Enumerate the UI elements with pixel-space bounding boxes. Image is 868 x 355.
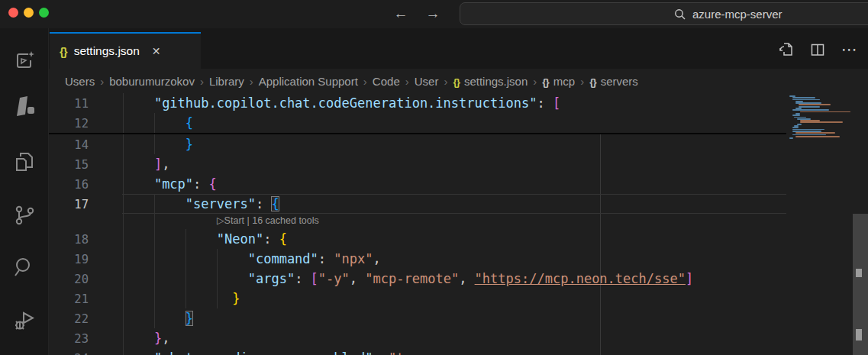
code-line-21[interactable]: 21 }: [49, 289, 786, 308]
open-settings-ui-icon[interactable]: [778, 41, 794, 57]
breadcrumb-item-settings-json[interactable]: {}settings.json: [453, 75, 528, 88]
code-line-22[interactable]: 22 }: [49, 308, 786, 328]
chevron-right-icon: ›: [363, 75, 367, 88]
minimap[interactable]: [786, 93, 853, 355]
minimap-line: [795, 136, 840, 137]
minimap-line: [799, 106, 820, 108]
chevron-right-icon: ›: [580, 75, 584, 88]
code-text: ],: [89, 157, 169, 172]
minimap-line: [792, 97, 815, 98]
line-number[interactable]: 22: [49, 309, 89, 329]
minimap-line: [800, 121, 843, 123]
code-text: "args": ["-y", "mcp-remote", "https://mc…: [89, 271, 693, 286]
breadcrumb-label: servers: [601, 75, 638, 88]
line-number[interactable]: 14: [49, 135, 89, 155]
line-number[interactable]: 24: [49, 349, 89, 355]
tab-settings-json[interactable]: {} settings.json ✕: [50, 32, 201, 69]
line-number[interactable]: 18: [49, 230, 89, 250]
line-number[interactable]: 16: [49, 175, 89, 195]
breadcrumb-label: Code: [373, 75, 400, 88]
activity-bar: [0, 28, 49, 355]
window-controls: [8, 8, 49, 18]
split-editor-icon[interactable]: [810, 42, 825, 57]
code-line-12[interactable]: 12 {: [49, 113, 786, 133]
code-text: }: [89, 311, 193, 326]
breadcrumb-label: mcp: [553, 75, 575, 88]
close-tab-icon[interactable]: ✕: [152, 45, 161, 57]
code-text: "chat.mcp.discovery.enabled": "t: [89, 350, 404, 355]
scrollbar: [853, 93, 868, 355]
breadcrumb-item-mcp[interactable]: {}mcp: [542, 75, 575, 88]
json-file-icon: {}: [60, 45, 67, 58]
code-text: {: [89, 115, 193, 131]
code-text: }: [89, 137, 193, 152]
breadcrumb-item-code[interactable]: Code: [373, 75, 400, 88]
indent-guide: [123, 93, 124, 133]
code-text: "github.copilot.chat.codeGeneration.inst…: [89, 95, 560, 111]
json-symbol-icon: {}: [589, 76, 596, 88]
breadcrumb-item-library[interactable]: Library: [209, 75, 244, 88]
codelens-separator: |: [244, 215, 252, 226]
code-line-19[interactable]: 19 "command": "npx",: [49, 249, 786, 269]
close-window-button[interactable]: [8, 8, 18, 18]
breadcrumb-item-user[interactable]: User: [415, 75, 439, 88]
command-center-search[interactable]: azure-mcp-server: [460, 2, 868, 25]
breadcrumb: Users›boburumurzokov›Library›Application…: [49, 69, 868, 93]
explorer-icon[interactable]: [12, 150, 37, 174]
codelens-cached-tools-link[interactable]: 16 cached tools: [252, 215, 319, 226]
zoom-window-button[interactable]: [39, 8, 49, 18]
editor[interactable]: 14 }15 ],16 "mcp": {17 "servers": {▷Star…: [49, 93, 868, 355]
code-text: "mcp": {: [89, 176, 217, 192]
navigate-back-button[interactable]: ←: [391, 3, 411, 24]
run-and-debug-icon[interactable]: [12, 308, 37, 333]
minimap-line: [792, 109, 829, 111]
breadcrumb-label: settings.json: [464, 75, 528, 88]
source-control-icon[interactable]: [12, 203, 37, 228]
search-icon: [674, 8, 686, 21]
copilot-icon[interactable]: [12, 95, 37, 119]
line-number[interactable]: 23: [49, 329, 89, 349]
line-number[interactable]: 15: [49, 155, 89, 175]
chevron-right-icon: ›: [533, 75, 537, 88]
code-line-20[interactable]: 20 "args": ["-y", "mcp-remote", "https:/…: [49, 269, 786, 289]
breadcrumb-item-application-support[interactable]: Application Support: [259, 75, 358, 88]
line-number[interactable]: 12: [49, 114, 89, 134]
code-text: "Neon": {: [89, 231, 287, 247]
code-line-17[interactable]: 17 "servers": {: [49, 194, 786, 214]
breadcrumb-item-servers[interactable]: {}servers: [589, 75, 638, 88]
navigate-forward-button[interactable]: →: [423, 3, 443, 24]
sticky-scroll[interactable]: 11 "github.copilot.chat.codeGeneration.i…: [49, 93, 786, 133]
line-number[interactable]: 21: [49, 289, 89, 309]
line-number[interactable]: 19: [49, 250, 89, 269]
code-text: }: [89, 291, 240, 306]
code-line-11[interactable]: 11 "github.copilot.chat.codeGeneration.i…: [49, 93, 786, 113]
more-actions-icon[interactable]: ⋯: [841, 42, 857, 57]
tab-bar: {} settings.json ✕ ⋯: [49, 28, 868, 69]
copilot-edits-icon[interactable]: [12, 49, 37, 73]
line-number[interactable]: 11: [49, 94, 89, 114]
code-text: "command": "npx",: [89, 251, 381, 266]
breadcrumb-item-users[interactable]: Users: [65, 75, 95, 88]
search-query-text: azure-mcp-server: [692, 3, 782, 25]
code-line-14[interactable]: 14 }: [49, 134, 786, 154]
code-line-24[interactable]: 24 "chat.mcp.discovery.enabled": "t: [49, 348, 786, 355]
sticky-scroll-separator: [49, 133, 786, 134]
code-line-18[interactable]: 18 "Neon": {: [49, 229, 786, 249]
chevron-right-icon: ›: [250, 75, 253, 88]
breadcrumb-item-boburumurzokov[interactable]: boburumurzokov: [109, 75, 195, 88]
code-line-16[interactable]: 16 "mcp": {: [49, 174, 786, 194]
breadcrumb-label: Application Support: [259, 75, 358, 88]
codelens-start-link[interactable]: ▷Start: [217, 215, 244, 226]
line-number[interactable]: 17: [49, 195, 89, 215]
search-view-icon[interactable]: [12, 255, 37, 279]
line-number[interactable]: 20: [49, 269, 89, 289]
title-bar: ← → azure-mcp-server: [0, 0, 868, 28]
minimap-line: [792, 127, 799, 128]
chevron-right-icon: ›: [100, 75, 104, 88]
breadcrumb-label: User: [415, 75, 439, 88]
minimap-line: [789, 137, 793, 139]
minimize-window-button[interactable]: [24, 8, 34, 18]
code-line-23[interactable]: 23 },: [49, 328, 786, 348]
scrollbar-decoration: [856, 329, 862, 340]
code-line-15[interactable]: 15 ],: [49, 154, 786, 174]
